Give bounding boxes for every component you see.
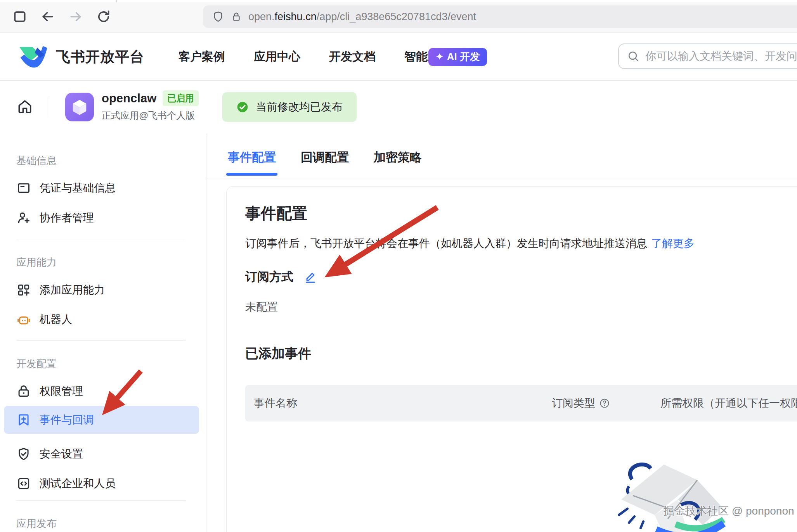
learn-more-link[interactable]: 了解更多 [651,237,695,249]
address-bar[interactable]: open.feishu.cn/app/cli_a938e65c20781cd3/… [203,5,797,28]
url-text: open.feishu.cn/app/cli_a938e65c20781cd3/… [248,11,476,23]
sidebar: 基础信息 凭证与基础信息 协作者管理 应用能力 添加应用能力 机器人 开发配置 … [0,134,206,532]
id-card-icon [16,181,31,195]
tabs: 事件配置 回调配置 加密策略 [226,145,423,179]
divider [16,500,186,501]
section-app-capability: 应用能力 [16,256,57,269]
sidebar-item-credentials[interactable]: 凭证与基础信息 [16,174,191,202]
nav-customer-cases[interactable]: 客户案例 [178,49,225,65]
shield-check-icon [16,447,31,461]
search-icon [627,50,640,63]
forward-icon[interactable] [68,9,84,25]
section-basic-info: 基础信息 [16,154,57,168]
robot-icon [16,312,31,327]
tabs-underline [207,178,797,178]
col-required-permissions: 所需权限（开通以下任一权限 [660,385,797,421]
event-config-card: 事件配置 订阅事件后，飞书开放平台将会在事件（如机器人入群）发生时向请求地址推送… [226,186,797,532]
sidebar-item-collaborators[interactable]: 协作者管理 [16,204,191,232]
events-table-header: 事件名称 订阅类型 所需权限（开通以下任一权限 [245,385,797,421]
tab-encryption-policy[interactable]: 加密策略 [372,145,423,179]
section-app-release: 应用发布 [16,517,57,530]
edit-pencil-icon[interactable] [303,270,317,284]
tab-callback-config[interactable]: 回调配置 [299,145,350,179]
back-icon[interactable] [40,9,56,25]
tracking-shield-icon[interactable] [212,10,224,23]
divider [47,97,47,117]
app-icon [65,93,94,121]
sidebar-toggle-icon[interactable] [12,9,28,25]
divider [16,239,186,239]
refresh-icon[interactable] [95,9,112,25]
search-input[interactable] [645,50,797,62]
sparkle-icon: ✦ [435,51,444,63]
card-description: 订阅事件后，飞书开放平台将会在事件（如机器人入群）发生时向请求地址推送消息了解更… [245,236,695,251]
grid-plus-icon [16,283,31,297]
main-content: 事件配置 回调配置 加密策略 事件配置 订阅事件后，飞书开放平台将会在事件（如机… [207,134,797,532]
subscription-value: 未配置 [245,300,278,314]
app-subtitle: 正式应用@飞书个人版 [102,109,199,122]
added-events-title: 已添加事件 [245,345,311,363]
home-icon[interactable] [16,98,33,115]
app-name: openclaw [102,92,156,105]
nav-app-center[interactable]: 应用中心 [254,49,300,65]
sidebar-item-events-callbacks[interactable]: 事件与回调 [4,406,199,434]
page: open.feishu.cn/app/cli_a938e65c20781cd3/… [0,0,797,532]
app-meta: openclaw 已启用 正式应用@飞书个人版 [102,90,199,122]
bookmark-plus-icon [16,413,31,427]
site-header: 飞书开放平台 客户案例 应用中心 开发文档 智能助手 ✦ AI 开发 [0,33,797,81]
subscription-label: 订阅方式 [245,269,293,285]
section-dev-config: 开发配置 [16,357,57,371]
sidebar-item-add-capability[interactable]: 添加应用能力 [16,276,191,304]
browser-tab-strip [0,0,797,2]
subscription-row: 订阅方式 [245,269,317,285]
watermark: 掘金技术社区 @ ponponon [664,504,794,518]
sidebar-item-test-company[interactable]: 测试企业和人员 [16,470,191,497]
feishu-logo-icon [17,45,50,69]
tab-divider [116,0,117,2]
card-title: 事件配置 [245,203,307,224]
col-event-name: 事件名称 [254,385,297,421]
nav-dev-docs[interactable]: 开发文档 [329,49,376,65]
code-icon [16,476,31,491]
ai-dev-badge[interactable]: ✦ AI 开发 [428,48,487,66]
help-circle-icon[interactable] [599,398,610,409]
divider [16,340,186,341]
brand-title: 飞书开放平台 [56,47,144,67]
sidebar-item-security[interactable]: 安全设置 [16,440,191,468]
sidebar-item-permissions[interactable]: 权限管理 [16,377,191,405]
status-badge: 已启用 [163,90,199,106]
doc-search[interactable] [618,43,797,69]
person-plus-icon [16,211,31,225]
brand[interactable]: 飞书开放平台 [17,45,144,69]
tab-event-config[interactable]: 事件配置 [226,145,277,179]
cube-icon [69,97,90,117]
main-nav: 客户案例 应用中心 开发文档 智能助手 [178,49,451,65]
col-subscription-type: 订阅类型 [552,385,610,421]
lock-icon[interactable] [230,11,242,22]
sidebar-item-bot[interactable]: 机器人 [16,306,191,333]
publish-status-pill: 当前修改均已发布 [222,92,357,122]
app-info-bar: openclaw 已启用 正式应用@飞书个人版 当前修改均已发布 [0,81,797,134]
publish-status-text: 当前修改均已发布 [256,100,343,114]
check-circle-icon [236,101,249,113]
browser-toolbar: open.feishu.cn/app/cli_a938e65c20781cd3/… [0,0,797,33]
lock-icon [16,384,31,399]
